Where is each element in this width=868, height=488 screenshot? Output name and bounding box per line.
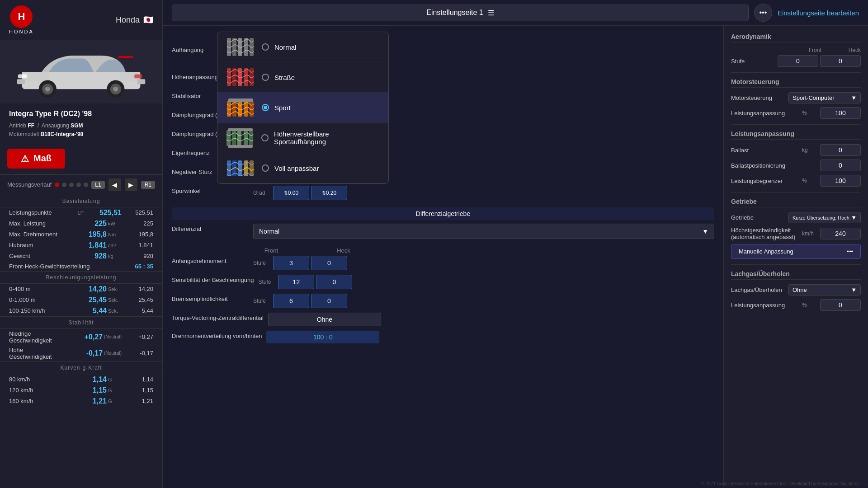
motorsteuerung-title: Motorsteuerung [731,78,861,88]
divider-3 [731,192,861,192]
dropdown-item-strasse[interactable]: Straße [217,62,388,93]
car-image-area [0,40,162,103]
ballast-row: Ballast kg 0 [731,144,861,156]
honda-logo: H HONDA [9,5,34,34]
motorsteuerung-select[interactable]: Sport-Computer ▼ [788,92,861,103]
edit-label[interactable]: Einstellungseite bearbeiten [778,9,859,17]
sensibilitat-heck[interactable]: 0 [316,275,352,289]
svg-rect-28 [244,68,248,86]
eigenfrequenz-label: Eigenfrequenz [172,150,210,156]
ballast-value[interactable]: 0 [820,144,861,156]
table-row: 0-1.000 m 25,45 Sek. 25,45 [5,295,158,305]
honda-header: H HONDA Honda 🇯🇵 [0,0,162,40]
motorsteuerung-row: Motorsteuerung Sport-Computer ▼ [731,92,861,103]
anfangsdrehmoment-heck[interactable]: 0 [311,256,347,270]
sensibilitat-unit: Stufe [258,279,276,285]
ballast-pos-label: Ballastpositionierung [731,162,820,169]
leistungsbegrenzer-row: Leistungsbegrenzer % 100 [731,175,861,187]
hoechstgeschwindigkeit-value[interactable]: 240 [820,228,861,239]
bremsempfindlichkeit-front[interactable]: 6 [273,294,309,308]
hohenverstellbar-label: Höhenverstellbare Sportaufhängung [274,130,381,145]
sport-label: Sport [274,104,291,112]
sensibilitat-front[interactable]: 12 [278,275,314,289]
lachgas-leistung-value[interactable]: 0 [820,299,861,311]
page-selector[interactable]: Einstellungseite 1 ☰ [172,5,749,21]
aero-front-value[interactable]: 0 [778,55,818,67]
normal-label: Normal [274,43,296,51]
car-model: Integra Type R (DC2) '98 [9,108,153,120]
suspension-dropdown-popup: Normal Straße [217,32,389,184]
dot-1 [55,183,59,187]
normal-spring-image [225,36,256,58]
table-row: 100-150 km/h 5,44 Sek. 5,44 [5,305,158,316]
hoechstgeschwindigkeit-label: Höchstgeschwindigkeit (automatisch angep… [731,227,802,240]
mass-button-label: Maß [33,153,52,164]
hohenverstellbar-spring-image [225,127,256,149]
voll-spring-image [225,157,256,179]
leistungsbegrenzer-value[interactable]: 100 [820,175,861,187]
svg-rect-23 [244,38,248,56]
strasse-label: Straße [274,74,295,81]
ballast-pos-row: Ballastpositionierung 0 [731,160,861,171]
svg-rect-45 [238,160,242,176]
table-row: 120 km/h 1,15 G 1,15 [5,385,158,396]
prev-button[interactable]: ◀ [108,178,121,191]
menu-icon: ☰ [488,9,494,17]
spurwinkel-label: Spurwinkel [172,188,201,194]
getriebe-select[interactable]: Kurze Übersetzung: Hoch ▼ [788,212,861,223]
aero-heck-value[interactable]: 0 [820,55,861,67]
svg-rect-26 [232,68,236,86]
table-row: Gewicht 928 kg 928 [5,251,158,262]
top-bar: Einstellungseite 1 ☰ ••• Einstellungseit… [163,0,868,26]
leistungsanpassung-motor-value[interactable]: 100 [820,107,861,119]
bremsempfindlichkeit-heck[interactable]: 0 [311,294,347,308]
manual-anpassung-button[interactable]: Manuelle Anpassung ••• [731,244,861,259]
sport-radio [262,104,269,111]
aero-heck-label: Heck [849,47,861,53]
aspiration-value: SGM [71,122,83,129]
basisleistung-header: Basisleistung [0,195,162,207]
anfangsdrehmoment-row: Anfangsdrehmoment Stufe 3 0 [172,256,714,270]
svg-rect-21 [232,38,236,56]
next-button[interactable]: ▶ [125,178,137,191]
svg-rect-42 [228,145,253,148]
anfangsdrehmoment-label: Anfangsdrehmoment [172,256,249,264]
differenzial-dropdown[interactable]: Normal ▼ [253,224,714,239]
bremsempfindlichkeit-label: Bremsempfindlichkeit [172,294,249,302]
anfangsdrehmoment-unit: Stufe [253,260,271,266]
hoechstgeschwindigkeit-row: Höchstgeschwindigkeit (automatisch angep… [731,227,861,240]
dropdown-item-voll[interactable]: Voll anpassbar [217,153,388,183]
dropdown-item-sport[interactable]: Sport [217,93,388,123]
voll-radio [262,164,269,172]
r1-badge[interactable]: R1 [141,181,155,189]
mass-button[interactable]: ⚠ Maß [7,149,65,169]
dropdown-item-normal[interactable]: Normal [217,32,388,62]
ballast-pos-value[interactable]: 0 [820,160,861,171]
dropdown-item-hohenverstellbar[interactable]: Höhenverstellbare Sportaufhängung [217,123,388,153]
honda-brand: Honda 🇯🇵 [116,15,153,25]
torque-value[interactable]: Ohne [268,313,381,326]
svg-point-12 [113,87,118,92]
table-row: Hohe Geschwindigkeit -0,17 (Neutral) -0,… [5,345,158,361]
honda-brand-name: Honda [116,15,140,25]
negativer-sturz-label: Negativer Sturz [172,169,212,175]
stabilitat-header: Stabilität [0,316,162,329]
leistungsanpassung-motor-row: Leistungsanpassung % 100 [731,107,861,119]
car-info: Integra Type R (DC2) '98 Antrieb FF / An… [0,103,162,143]
drehmoment-value[interactable]: 100 : 0 [266,331,379,343]
differenzial-label: Differenzial [172,224,249,232]
diff-front-header: Front [253,247,289,254]
divider-1 [731,72,861,73]
lachgas-select[interactable]: Ohne ▼ [788,284,861,296]
l1-badge[interactable]: L1 [91,181,104,189]
kurven-table: 80 km/h 1,14 G 1,14 120 km/h 1,15 G 1,15… [0,374,162,407]
divider-4 [731,264,861,265]
more-button[interactable]: ••• [754,4,772,22]
table-row: Front-Heck-Gewichtsverteilung 65 : 35 [5,262,158,271]
manual-btn-label: Manuelle Anpassung [739,248,793,255]
spurwinkel-front[interactable]: ⇅ 0.00 [273,186,309,200]
spurwinkel-heck[interactable]: ⇅ 0.20 [311,186,347,200]
lp-secondary: 525,51 [122,209,153,216]
anfangsdrehmoment-front[interactable]: 3 [273,256,309,270]
aspiration-label: Ansaugung [42,122,69,129]
